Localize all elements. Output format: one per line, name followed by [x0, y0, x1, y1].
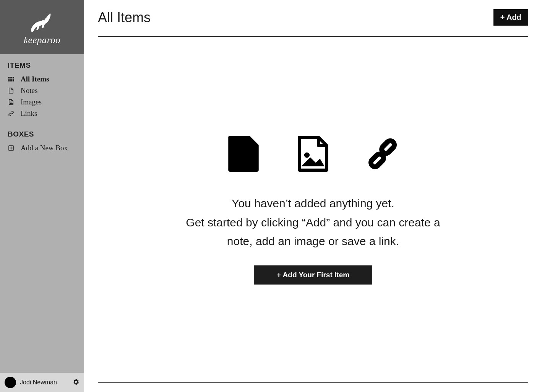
grid-icon	[8, 76, 15, 83]
chain-link-icon	[365, 135, 400, 173]
image-file-icon	[295, 135, 331, 173]
sidebar: keeparoo ITEMS All Items Notes Images	[0, 0, 84, 392]
plus-square-icon	[8, 145, 15, 151]
svg-rect-0	[8, 77, 10, 78]
empty-line-2: Get started by clicking “Add” and you ca…	[175, 213, 451, 251]
logo-area: keeparoo	[0, 0, 84, 54]
sidebar-item-images[interactable]: Images	[8, 96, 76, 108]
sidebar-item-add-box[interactable]: Add a New Box	[8, 142, 76, 154]
svg-rect-4	[10, 79, 12, 80]
file-icon	[8, 87, 15, 94]
avatar[interactable]	[5, 377, 16, 388]
nav-boxes-section: BOXES Add a New Box	[0, 123, 84, 158]
sidebar-item-all-items[interactable]: All Items	[8, 73, 76, 85]
sidebar-item-links[interactable]: Links	[8, 108, 76, 119]
svg-rect-7	[10, 80, 12, 81]
empty-icons	[226, 135, 400, 173]
sidebar-item-label: Images	[21, 98, 42, 106]
sidebar-item-label: All Items	[21, 75, 49, 83]
svg-rect-8	[13, 80, 14, 81]
brand-name: keeparoo	[24, 35, 60, 46]
sidebar-item-label: Links	[21, 109, 37, 118]
svg-rect-2	[13, 77, 14, 78]
svg-rect-1	[10, 77, 12, 78]
main: All Items + Add You haven’t added anythi	[84, 0, 542, 392]
svg-rect-5	[13, 79, 14, 80]
header: All Items + Add	[98, 9, 528, 26]
sidebar-item-label: Add a New Box	[21, 144, 68, 152]
user-name: Jodi Newman	[20, 379, 68, 386]
sidebar-spacer	[0, 158, 84, 373]
add-button[interactable]: + Add	[493, 9, 528, 26]
kangaroo-icon	[27, 9, 57, 34]
user-bar: Jodi Newman	[0, 373, 84, 392]
link-icon	[8, 110, 15, 117]
nav-items-section: ITEMS All Items Notes Images Links	[0, 54, 84, 123]
empty-line-1: You haven’t added anything yet.	[175, 194, 451, 213]
add-first-item-button[interactable]: + Add Your First Item	[254, 265, 372, 285]
sidebar-item-label: Notes	[21, 86, 37, 95]
sidebar-item-notes[interactable]: Notes	[8, 85, 76, 96]
file-outline-icon	[226, 135, 261, 173]
page-title: All Items	[98, 10, 151, 26]
nav-boxes-header: BOXES	[8, 130, 76, 138]
svg-rect-6	[8, 80, 10, 81]
image-icon	[8, 99, 15, 106]
nav-items-header: ITEMS	[8, 61, 76, 70]
svg-rect-3	[8, 79, 10, 80]
empty-state: You haven’t added anything yet. Get star…	[98, 36, 528, 383]
svg-point-9	[305, 153, 310, 158]
empty-message: You haven’t added anything yet. Get star…	[175, 194, 451, 251]
gear-icon[interactable]	[72, 378, 80, 387]
brand-logo[interactable]: keeparoo	[24, 9, 60, 46]
